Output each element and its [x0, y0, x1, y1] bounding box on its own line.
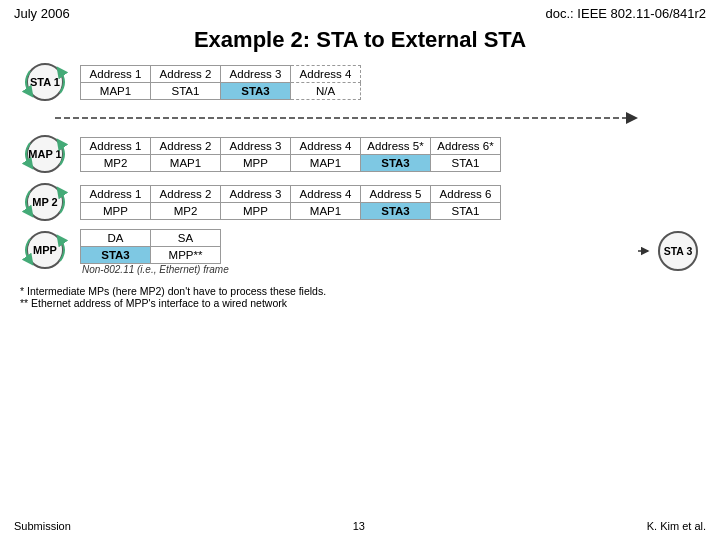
sta1-arrows: STA 1: [20, 61, 70, 103]
table-cell: STA3: [361, 154, 431, 171]
svg-text:MAP 1: MAP 1: [28, 148, 61, 160]
sta1-row: STA 1 Address 1 Address 2: [20, 61, 700, 103]
page-number: 13: [353, 520, 365, 532]
col-header: Address 3: [221, 65, 291, 82]
col-header: Address 2: [151, 185, 221, 202]
table-cell: MPP**: [151, 247, 221, 264]
table-cell: MAP1: [291, 202, 361, 219]
page-title: Example 2: STA to External STA: [0, 27, 720, 53]
sta3-node: STA 3: [636, 229, 700, 273]
svg-text:STA 3: STA 3: [664, 245, 693, 257]
table-cell: MPP: [221, 202, 291, 219]
footer-notes: * Intermediate MPs (here MP2) don't have…: [0, 285, 720, 309]
main-content: STA 1 Address 1 Address 2: [0, 61, 720, 283]
col-header: Address 1: [81, 65, 151, 82]
table-cell: STA3: [361, 202, 431, 219]
table-cell: MAP1: [81, 82, 151, 99]
table-cell: MPP: [81, 202, 151, 219]
col-header: Address 3: [221, 185, 291, 202]
col-header: Address 4: [291, 65, 361, 82]
svg-text:MPP: MPP: [33, 244, 57, 256]
col-header: SA: [151, 230, 221, 247]
col-header: Address 2: [151, 65, 221, 82]
mp2-row: MP 2 Address 1 Address 2 Addres: [20, 181, 700, 223]
mp2-table: Address 1 Address 2 Address 3 Address 4 …: [80, 185, 700, 220]
sta1-table: Address 1 Address 2 Address 3 Address 4 …: [80, 65, 700, 100]
col-header: Address 5: [361, 185, 431, 202]
col-header: Address 4: [291, 137, 361, 154]
svg-text:MP 2: MP 2: [32, 196, 57, 208]
header-left: July 2006: [14, 6, 70, 21]
mpp-note: Non-802.11 (i.e., Ethernet) frame: [82, 264, 616, 275]
map1-table: Address 1 Address 2 Address 3 Address 4 …: [80, 137, 700, 172]
mpp-row: MPP DA SA STA: [20, 229, 700, 281]
col-header: Address 4: [291, 185, 361, 202]
table-cell: STA1: [151, 82, 221, 99]
table-cell: MP2: [151, 202, 221, 219]
col-header: DA: [81, 230, 151, 247]
table-cell: STA1: [431, 154, 501, 171]
col-header: Address 5*: [361, 137, 431, 154]
col-header: Address 6: [431, 185, 501, 202]
note-line2: ** Ethernet address of MPP's interface t…: [20, 297, 700, 309]
header-right: doc.: IEEE 802.11-06/841r2: [546, 6, 706, 21]
map1-arrows: MAP 1: [20, 133, 70, 175]
table-cell: MAP1: [151, 154, 221, 171]
col-header: Address 1: [81, 137, 151, 154]
table-cell: N/A: [291, 82, 361, 99]
table-cell: MAP1: [291, 154, 361, 171]
mpp-table: DA SA STA3 MPP** Non-802.11 (i.e., Ether…: [80, 229, 616, 275]
col-header: Address 6*: [431, 137, 501, 154]
header-bar: July 2006 doc.: IEEE 802.11-06/841r2: [0, 0, 720, 23]
table-cell: MPP: [221, 154, 291, 171]
col-header: Address 2: [151, 137, 221, 154]
col-header: Address 3: [221, 137, 291, 154]
table-cell: STA3: [221, 82, 291, 99]
table-cell: STA1: [431, 202, 501, 219]
col-header: Address 1: [81, 185, 151, 202]
map1-row: MAP 1 Address 1 Address 2 Addre: [20, 133, 700, 175]
mp2-arrows: MP 2: [20, 181, 70, 223]
svg-text:STA 1: STA 1: [30, 76, 60, 88]
submission-label: Submission: [14, 520, 71, 532]
mpp-arrows: MPP: [20, 229, 70, 281]
footer-bar: Submission 13 K. Kim et al.: [0, 516, 720, 536]
table-cell: MP2: [81, 154, 151, 171]
note-line1: * Intermediate MPs (here MP2) don't have…: [20, 285, 700, 297]
author-label: K. Kim et al.: [647, 520, 706, 532]
table-cell: STA3: [81, 247, 151, 264]
